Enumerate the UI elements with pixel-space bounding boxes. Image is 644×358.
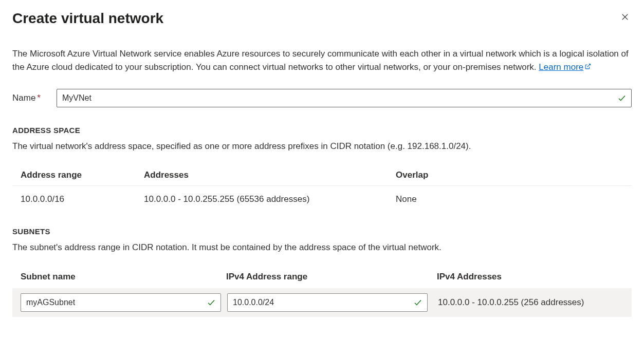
- close-icon: [620, 12, 630, 22]
- required-indicator: *: [37, 93, 41, 103]
- col-subnet-name: Subnet name: [21, 272, 226, 282]
- subnet-addresses-text: 10.0.0.0 - 10.0.0.255 (256 addresses): [434, 297, 584, 308]
- subnet-row: 10.0.0.0 - 10.0.0.255 (256 addresses): [12, 288, 632, 317]
- cell-address-range: 10.0.0.0/16: [21, 194, 144, 204]
- learn-more-link[interactable]: Learn more: [539, 62, 591, 72]
- table-row: 10.0.0.0/16 10.0.0.0 - 10.0.255.255 (655…: [12, 186, 632, 213]
- cell-overlap: None: [396, 194, 623, 204]
- external-link-icon: [584, 61, 591, 74]
- subnets-heading: SUBNETS: [12, 227, 632, 236]
- subnet-range-input[interactable]: [227, 293, 428, 312]
- address-space-table: Address range Addresses Overlap 10.0.0.0…: [12, 165, 632, 213]
- address-space-description: The virtual network's address space, spe…: [12, 140, 632, 153]
- col-address-range: Address range: [21, 170, 144, 180]
- col-ipv4-range: IPv4 Address range: [226, 272, 432, 282]
- col-addresses: Addresses: [144, 170, 396, 180]
- check-icon: [413, 298, 422, 307]
- close-button[interactable]: [618, 10, 632, 24]
- subnet-name-input[interactable]: [21, 293, 221, 312]
- cell-addresses: 10.0.0.0 - 10.0.255.255 (65536 addresses…: [144, 194, 396, 204]
- check-icon: [207, 298, 216, 307]
- name-input[interactable]: [57, 89, 632, 107]
- col-ipv4-addresses: IPv4 Addresses: [432, 272, 623, 282]
- subnets-description: The subnet's address range in CIDR notat…: [12, 241, 632, 254]
- page-title: Create virtual network: [12, 10, 163, 27]
- check-icon: [617, 93, 627, 103]
- intro-description: The Microsoft Azure Virtual Network serv…: [12, 47, 632, 74]
- address-space-heading: ADDRESS SPACE: [12, 126, 632, 135]
- intro-text: The Microsoft Azure Virtual Network serv…: [12, 49, 629, 72]
- table-header-row: Address range Addresses Overlap: [12, 165, 632, 186]
- subnets-header-row: Subnet name IPv4 Address range IPv4 Addr…: [12, 267, 632, 288]
- col-overlap: Overlap: [396, 170, 623, 180]
- name-label: Name*: [12, 93, 57, 103]
